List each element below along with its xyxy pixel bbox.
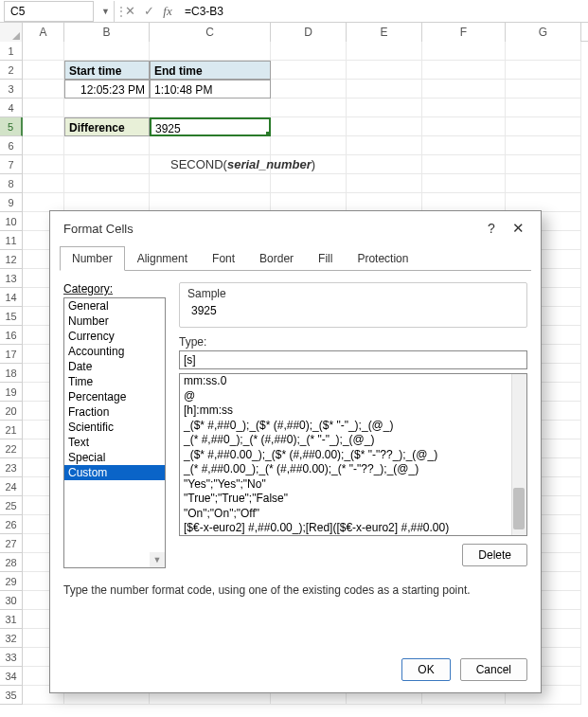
row-header-18[interactable]: 18: [0, 364, 23, 383]
col-header-D[interactable]: D: [271, 23, 347, 42]
row-header-11[interactable]: 11: [0, 231, 23, 250]
format-code-item[interactable]: [$€-x-euro2] #,##0.00_);[Red]([$€-x-euro…: [180, 521, 526, 536]
sample-group: Sample 3925: [179, 282, 527, 328]
format-code-item[interactable]: _($* #,##0_);_($* (#,##0);_($* "-"_);_(@…: [180, 419, 526, 434]
format-code-list[interactable]: mm:ss.0@[h]:mm:ss_($* #,##0_);_($* (#,##…: [179, 373, 527, 536]
row-header-9[interactable]: 9: [0, 193, 23, 212]
col-header-G[interactable]: G: [506, 23, 581, 42]
format-code-item[interactable]: _(* #,##0_);_(* (#,##0);_(* "-"_);_(@_): [180, 433, 526, 448]
cell-B5[interactable]: Difference: [64, 117, 150, 136]
fx-icon[interactable]: fx: [158, 1, 177, 22]
row-header-35[interactable]: 35: [0, 686, 23, 705]
close-icon[interactable]: ✕: [505, 215, 531, 242]
row-header-32[interactable]: 32: [0, 629, 23, 648]
delete-button[interactable]: Delete: [462, 544, 527, 566]
cancel-button[interactable]: Cancel: [460, 658, 527, 681]
cell-B2[interactable]: Start time: [64, 61, 150, 80]
cell-C3[interactable]: 1:10:48 PM: [150, 80, 271, 99]
format-code-item[interactable]: [s]: [180, 536, 526, 537]
col-header-A[interactable]: A: [23, 23, 64, 42]
row-header-5[interactable]: 5: [0, 117, 23, 136]
category-item[interactable]: Date: [64, 359, 165, 374]
select-all-triangle[interactable]: [0, 23, 23, 42]
row-header-4[interactable]: 4: [0, 99, 23, 117]
row-header-6[interactable]: 6: [0, 136, 23, 155]
scrollbar-thumb[interactable]: [513, 488, 525, 529]
function-hint: SECOND(serial_number): [170, 157, 315, 171]
row-header-15[interactable]: 15: [0, 307, 23, 326]
row-header-13[interactable]: 13: [0, 269, 23, 288]
row-header-27[interactable]: 27: [0, 534, 23, 553]
tab-border[interactable]: Border: [247, 246, 306, 271]
row-header-24[interactable]: 24: [0, 477, 23, 496]
row-header-28[interactable]: 28: [0, 553, 23, 572]
name-box[interactable]: [4, 1, 94, 22]
cell-C5-selected[interactable]: 3925: [150, 117, 271, 136]
category-item[interactable]: Time: [64, 374, 165, 389]
row-header-30[interactable]: 30: [0, 591, 23, 610]
format-code-item[interactable]: "True";"True";"False": [180, 492, 526, 507]
format-code-item[interactable]: [h]:mm:ss: [180, 403, 526, 419]
category-item[interactable]: Fraction: [64, 404, 165, 420]
dialog-note: Type the number format code, using one o…: [50, 583, 541, 597]
row-header-7[interactable]: 7: [0, 155, 23, 174]
row-header-19[interactable]: 19: [0, 383, 23, 402]
type-input[interactable]: [179, 350, 527, 369]
col-header-B[interactable]: B: [64, 23, 150, 42]
category-item[interactable]: Currency: [64, 329, 165, 344]
col-header-F[interactable]: F: [422, 23, 506, 42]
category-item[interactable]: Number: [64, 314, 165, 329]
name-box-dropdown-icon[interactable]: ▼: [98, 1, 115, 22]
category-item[interactable]: Scientific: [64, 420, 165, 435]
col-header-C[interactable]: C: [150, 23, 271, 42]
tab-fill[interactable]: Fill: [306, 246, 345, 271]
row-header-23[interactable]: 23: [0, 458, 23, 477]
help-icon[interactable]: ?: [478, 215, 505, 242]
row-header-34[interactable]: 34: [0, 667, 23, 686]
category-item[interactable]: Text: [64, 435, 165, 450]
row-header-25[interactable]: 25: [0, 496, 23, 515]
scrollbar[interactable]: [511, 374, 526, 535]
category-item[interactable]: Accounting: [64, 344, 165, 359]
cancel-formula-icon[interactable]: ✕: [120, 1, 139, 22]
format-code-item[interactable]: mm:ss.0: [180, 374, 526, 389]
row-header-10[interactable]: 10: [0, 212, 23, 231]
tab-protection[interactable]: Protection: [345, 246, 420, 271]
row-header-29[interactable]: 29: [0, 572, 23, 591]
category-item[interactable]: General: [64, 298, 165, 314]
row-header-31[interactable]: 31: [0, 610, 23, 629]
tab-alignment[interactable]: Alignment: [125, 246, 200, 271]
row-header-33[interactable]: 33: [0, 648, 23, 667]
row-header-26[interactable]: 26: [0, 515, 23, 534]
cell-C2[interactable]: End time: [150, 61, 271, 80]
format-code-item[interactable]: _(* #,##0.00_);_(* (#,##0.00);_(* "-"??_…: [180, 462, 526, 477]
format-code-item[interactable]: @: [180, 389, 526, 404]
row-header-21[interactable]: 21: [0, 421, 23, 439]
row-header-22[interactable]: 22: [0, 439, 23, 458]
row-header-14[interactable]: 14: [0, 288, 23, 307]
row-header-1[interactable]: 1: [0, 42, 23, 61]
row-header-17[interactable]: 17: [0, 345, 23, 364]
row-header-3[interactable]: 3: [0, 80, 23, 99]
ok-button[interactable]: OK: [401, 658, 450, 681]
row-header-16[interactable]: 16: [0, 326, 23, 345]
col-header-E[interactable]: E: [347, 23, 422, 42]
category-list[interactable]: GeneralNumberCurrencyAccountingDateTimeP…: [63, 297, 166, 568]
category-item[interactable]: Special: [64, 450, 165, 465]
formula-input[interactable]: [177, 1, 588, 22]
format-code-item[interactable]: "Yes";"Yes";"No": [180, 477, 526, 493]
category-item[interactable]: Percentage: [64, 389, 165, 404]
format-code-item[interactable]: _($* #,##0.00_);_($* (#,##0.00);_($* "-"…: [180, 448, 526, 463]
row-header-8[interactable]: 8: [0, 174, 23, 193]
category-item[interactable]: Custom: [64, 465, 165, 480]
row-header-20[interactable]: 20: [0, 402, 23, 421]
row-header-12[interactable]: 12: [0, 250, 23, 269]
tab-number[interactable]: Number: [60, 246, 125, 271]
tab-font[interactable]: Font: [200, 246, 247, 271]
row-header-2[interactable]: 2: [0, 61, 23, 80]
format-code-item[interactable]: "On";"On";"Off": [180, 507, 526, 522]
chevron-down-icon[interactable]: ▼: [150, 552, 165, 567]
accept-formula-icon[interactable]: ✓: [139, 1, 158, 22]
dialog-titlebar[interactable]: Format Cells ? ✕: [50, 211, 541, 245]
cell-B3[interactable]: 12:05:23 PM: [64, 80, 150, 99]
